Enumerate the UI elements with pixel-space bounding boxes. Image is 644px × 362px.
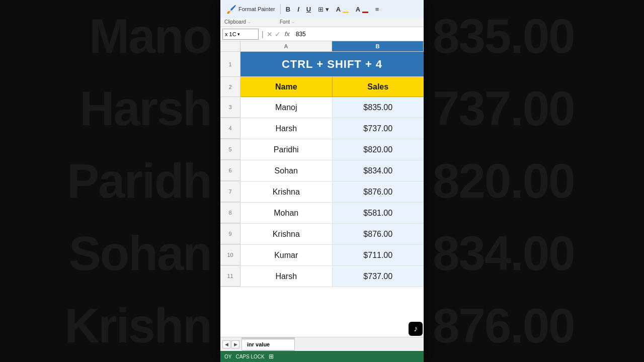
cell-sales-5[interactable]: $581.00 xyxy=(333,203,424,223)
clipboard-label-text: Clipboard xyxy=(224,19,246,25)
font-label-group: Font ⌵ xyxy=(280,19,420,25)
bg-right-text-2: 737.00 xyxy=(433,81,575,136)
row-num-11: 11 xyxy=(220,266,240,287)
fx-label: fx xyxy=(283,30,292,38)
table-row: 11 Harsh $737.00 xyxy=(220,266,424,287)
status-caps-lock: CAPS LOCK xyxy=(235,354,264,359)
ctrl-shift-text: CTRL + SHIFT + 4 xyxy=(282,58,382,71)
bg-right-text-1: 835.00 xyxy=(433,9,575,64)
table-row: 5 Paridhi $820.00 xyxy=(220,139,424,160)
tiktok-watermark: ♪ xyxy=(409,322,423,336)
bg-right-text-4: 834.00 xyxy=(433,226,575,281)
font-color-button[interactable]: A xyxy=(354,5,370,14)
background-right: 835.00 737.00 820.00 834.00 876.00 xyxy=(423,0,644,362)
sheet-bar: ◀ ▶ remove duplicateinr valueremove dup xyxy=(220,337,424,351)
ribbon-row1: 🖌️ Format Painter B I U ⊞ ▾ A A ≡ xyxy=(220,0,424,18)
data-rows-container: 3 Manoj $835.00 4 Harsh $737.00 5 Paridh… xyxy=(220,97,424,287)
header-name[interactable]: Name xyxy=(240,77,333,97)
table-row: 8 Mohan $581.00 xyxy=(220,203,424,224)
fill-color-icon: A xyxy=(336,6,341,13)
background-left: Mano Harsh Paridh Sohan Krishn xyxy=(0,0,221,362)
cell-sales-3[interactable]: $834.00 xyxy=(333,160,424,181)
tiktok-symbol: ♪ xyxy=(414,324,418,333)
font-color-icon: A xyxy=(356,6,360,13)
cell-name-1[interactable]: Harsh xyxy=(240,118,333,139)
cell-sales-1[interactable]: $737.00 xyxy=(333,118,424,139)
cell-name-3[interactable]: Sohan xyxy=(240,160,333,181)
font-expand-icon[interactable]: ⌵ xyxy=(292,20,294,24)
fill-color-button[interactable]: A xyxy=(334,5,351,14)
name-box[interactable]: x 1C ▾ xyxy=(222,29,259,40)
bg-right-text-5: 876.00 xyxy=(433,298,575,353)
bg-text-1: Mano xyxy=(89,9,211,64)
status-ready: OY xyxy=(224,354,231,359)
fx-confirm-button[interactable]: ✓ xyxy=(275,30,281,38)
underline-button[interactable]: U xyxy=(304,5,313,14)
status-bar: OY CAPS LOCK ⊞ xyxy=(220,351,424,362)
tiktok-logo-icon: ♪ xyxy=(409,322,423,336)
format-painter-button[interactable]: 🖌️ Format Painter xyxy=(224,4,277,15)
sheet-tabs-container: remove duplicateinr valueremove dup xyxy=(242,337,296,351)
sheet-tab-1[interactable]: inr value xyxy=(242,339,295,350)
cell-sales-8[interactable]: $737.00 xyxy=(333,266,424,287)
cell-sales-7[interactable]: $711.00 xyxy=(333,245,424,265)
bg-text-2: Harsh xyxy=(79,81,211,136)
formula-input[interactable] xyxy=(294,30,422,39)
cell-name-2[interactable]: Paridhi xyxy=(240,139,333,160)
clipboard-label-group: Clipboard ⌵ xyxy=(224,19,265,25)
cell-name-6[interactable]: Krishna xyxy=(240,224,333,244)
row-num-header xyxy=(220,41,240,51)
formula-controls: ✕ ✓ xyxy=(267,30,281,38)
fill-color-bar xyxy=(343,12,349,13)
cell-sales-4[interactable]: $876.00 xyxy=(333,182,424,202)
font-label-text: Font xyxy=(280,19,290,25)
col-header-a[interactable]: A xyxy=(240,41,332,51)
format-painter-label: Format Painter xyxy=(238,6,275,12)
name-box-value: x 1C xyxy=(225,31,236,37)
table-row: 10 Kumar $711.00 xyxy=(220,245,424,266)
format-painter-icon: 🖌️ xyxy=(226,5,236,14)
sheet-tab-0[interactable]: remove duplicate xyxy=(242,337,295,339)
sheet-nav-left[interactable]: ◀ xyxy=(222,340,230,348)
bg-right-text-3: 820.00 xyxy=(433,153,575,209)
ribbon-separator-1 xyxy=(280,4,281,14)
table-row: 7 Krishna $876.00 xyxy=(220,182,424,203)
sheet-nav-right[interactable]: ▶ xyxy=(231,340,239,348)
col-header-b[interactable]: B xyxy=(332,41,424,51)
row-num-2: 2 xyxy=(220,77,240,97)
bg-text-5: Krishn xyxy=(64,298,211,353)
ribbon-labels: Clipboard ⌵ Font ⌵ xyxy=(220,18,424,27)
row-num-7: 7 xyxy=(220,182,240,202)
bg-text-3: Paridh xyxy=(67,153,211,209)
clipboard-expand-icon[interactable]: ⌵ xyxy=(248,20,251,24)
name-box-dropdown-icon[interactable]: ▾ xyxy=(237,32,240,37)
table-row: 3 Manoj $835.00 xyxy=(220,97,424,118)
cell-name-4[interactable]: Krishna xyxy=(240,182,333,202)
more-button[interactable]: ≡ xyxy=(373,5,381,14)
cell-name-0[interactable]: Manoj xyxy=(240,97,333,118)
bg-text-4: Sohan xyxy=(69,226,211,281)
row-num-5: 5 xyxy=(220,139,240,160)
italic-button[interactable]: I xyxy=(295,5,301,14)
status-icon: ⊞ xyxy=(269,353,274,360)
fx-cancel-button[interactable]: ✕ xyxy=(267,30,273,38)
formula-bar: x 1C ▾ | ✕ ✓ fx xyxy=(220,27,424,41)
merged-header-row: 1 CTRL + SHIFT + 4 xyxy=(220,52,424,77)
spreadsheet: 1 CTRL + SHIFT + 4 2 Name Sales 3 Manoj … xyxy=(220,52,424,337)
cell-sales-2[interactable]: $820.00 xyxy=(333,139,424,160)
border-button[interactable]: ⊞ ▾ xyxy=(316,5,331,14)
cell-sales-0[interactable]: $835.00 xyxy=(333,97,424,118)
table-row: 4 Harsh $737.00 xyxy=(220,118,424,139)
row-num-1: 1 xyxy=(220,52,240,77)
table-row: 9 Krishna $876.00 xyxy=(220,224,424,245)
header-sales[interactable]: Sales xyxy=(333,77,424,97)
row-num-4: 4 xyxy=(220,118,240,139)
merged-cell: CTRL + SHIFT + 4 xyxy=(240,52,424,77)
cell-name-7[interactable]: Kumar xyxy=(240,245,333,265)
cell-sales-6[interactable]: $876.00 xyxy=(333,224,424,244)
bold-button[interactable]: B xyxy=(284,5,292,14)
cell-name-5[interactable]: Mohan xyxy=(240,203,333,223)
row-num-10: 10 xyxy=(220,245,240,265)
cell-name-8[interactable]: Harsh xyxy=(240,266,333,287)
formula-separator: | xyxy=(261,30,265,38)
